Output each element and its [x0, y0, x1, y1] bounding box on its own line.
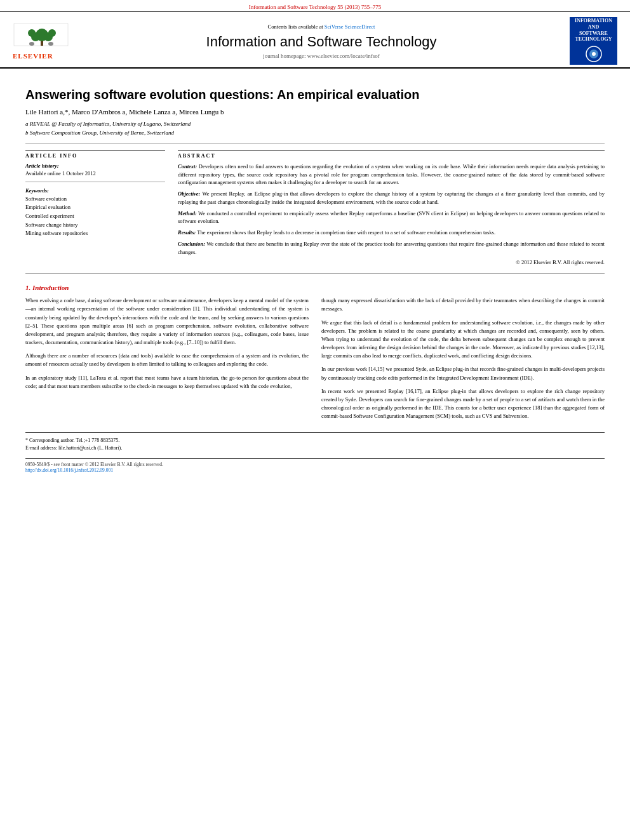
svg-point-7	[29, 42, 34, 46]
footnote-email-text: E-mail address: lile.hattori@usi.ch (L. …	[25, 445, 122, 451]
affiliation-1: a REVEAL @ Faculty of Informatics, Unive…	[25, 119, 605, 128]
footnotes-section: * Corresponding author. Tel.;+1 778 8835…	[25, 432, 605, 452]
intro-para-2: Although there are a number of resources…	[25, 352, 309, 368]
keyword-4: Mining software repositories	[25, 229, 165, 238]
divider-1	[25, 143, 605, 143]
article-history-value: Available online 1 October 2012	[25, 170, 165, 177]
footer-issn: 0950-5849/$ - see front matter © 2012 El…	[25, 462, 605, 467]
sciverse-link[interactable]: SciVerse ScienceDirect	[325, 23, 375, 30]
intro-para-r1: though many expressed dissatisfaction wi…	[321, 297, 605, 313]
intro-col-left: When evolving a code base, during softwa…	[25, 297, 309, 425]
footnote-corresponding: * Corresponding author. Tel.;+1 778 8835…	[25, 437, 605, 444]
journal-homepage: journal homepage: www.elsevier.com/locat…	[73, 53, 570, 59]
svg-point-5	[28, 29, 36, 37]
article-history-label: Article history:	[25, 163, 165, 169]
abstract-objective: Objective: We present Replay, an Eclipse…	[178, 190, 605, 206]
elsevier-logo-left: ELSEVIER	[13, 22, 73, 60]
intro-para-r4: In recent work we presented Replay [16,1…	[321, 387, 605, 421]
article-info-heading: ARTICLE INFO	[25, 150, 165, 159]
intro-para-r3: In our previous work [14,15] we presente…	[321, 365, 605, 382]
main-content-area: Answering software evolution questions: …	[0, 69, 630, 486]
article-info-column: ARTICLE INFO Article history: Available …	[25, 150, 165, 266]
elsevier-brand-text: ELSEVIER	[13, 52, 53, 60]
intro-para-r2: We argue that this lack of detail is a f…	[321, 319, 605, 361]
abstract-method: Method: We conducted a controlled experi…	[178, 210, 605, 226]
ist-logo-box: INFORMATION AND SOFTWARE TECHNOLOGY	[570, 17, 617, 65]
footer-doi: http://dx.doi.org/10.1016/j.infsof.2012.…	[25, 467, 605, 473]
footer-bar: 0950-5849/$ - see front matter © 2012 El…	[25, 458, 605, 473]
footnote-email: E-mail address: lile.hattori@usi.ch (L. …	[25, 444, 605, 452]
intro-para-3: In an exploratory study [11], LaToza et …	[25, 374, 309, 390]
elsevier-tree-svg	[13, 22, 73, 51]
journal-ref-text: Information and Software Technology 55 (…	[249, 4, 382, 10]
intro-col-right: though many expressed dissatisfaction wi…	[321, 297, 605, 425]
abstract-results: Results: The experiment shows that Repla…	[178, 229, 605, 237]
abstract-copyright: © 2012 Elsevier B.V. All rights reserved…	[178, 259, 605, 265]
journal-ref-bar: Information and Software Technology 55 (…	[0, 0, 630, 12]
affiliations-block: a REVEAL @ Faculty of Informatics, Unive…	[25, 119, 605, 138]
article-title: Answering software evolution questions: …	[25, 86, 605, 103]
journal-header: ELSEVIER Contents lists available at Sci…	[0, 12, 630, 69]
contents-available-line: Contents lists available at SciVerse Sci…	[73, 23, 570, 30]
journal-title-heading: Information and Software Technology	[73, 34, 570, 50]
abstract-context: Context: Developers often need to find a…	[178, 163, 605, 187]
keyword-2: Controlled experiment	[25, 212, 165, 221]
svg-point-8	[48, 42, 53, 46]
introduction-section: 1. Introduction When evolving a code bas…	[25, 284, 605, 425]
keyword-0: Software evolution	[25, 195, 165, 204]
divider-keywords	[25, 182, 165, 182]
abstract-conclusion: Conclusion: We conclude that there are b…	[178, 240, 605, 257]
keywords-label: Keywords:	[25, 187, 165, 194]
keyword-1: Empirical evaluation	[25, 203, 165, 212]
intro-para-1: When evolving a code base, during softwa…	[25, 297, 309, 347]
journal-header-center: Contents lists available at SciVerse Sci…	[73, 23, 570, 59]
keywords-list: Software evolution Empirical evaluation …	[25, 195, 165, 238]
authors-line: Lile Hattori a,*, Marco D'Ambros a, Mich…	[25, 108, 605, 116]
page: Information and Software Technology 55 (…	[0, 0, 630, 840]
svg-point-6	[48, 29, 56, 37]
abstract-column: ABSTRACT Context: Developers often need …	[178, 150, 605, 266]
divider-2	[25, 273, 605, 274]
intro-section-title: 1. Introduction	[25, 284, 605, 291]
intro-body-columns: When evolving a code base, during softwa…	[25, 297, 605, 425]
svg-point-11	[592, 52, 596, 56]
info-abstract-columns: ARTICLE INFO Article history: Available …	[25, 150, 605, 266]
affiliation-2: b Software Composition Group, University…	[25, 128, 605, 137]
ist-circle-icon	[585, 45, 603, 63]
keyword-3: Software change history	[25, 221, 165, 230]
abstract-heading: ABSTRACT	[178, 150, 605, 159]
